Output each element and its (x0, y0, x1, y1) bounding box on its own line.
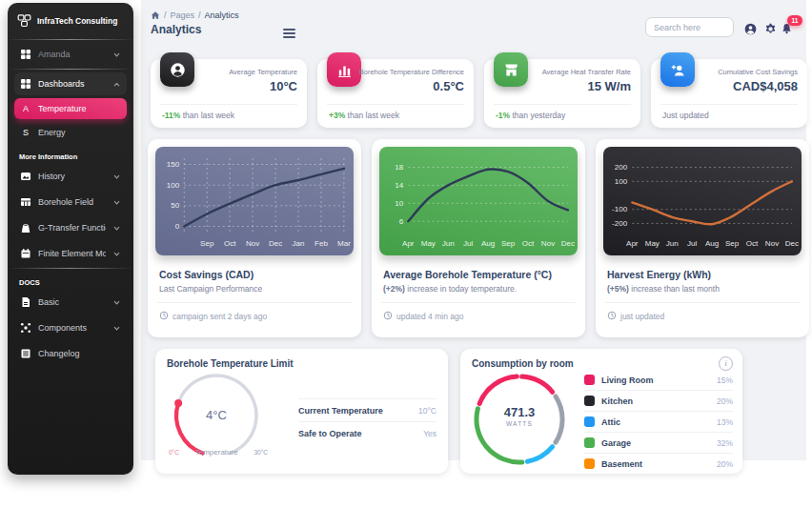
divider (660, 104, 798, 105)
sidebar-item-label: Amanda (38, 50, 106, 59)
chart-subtitle-strong: (+2%) (383, 284, 405, 294)
sidebar-item-label: Energy (38, 128, 121, 137)
legend-label: Kitchen (601, 396, 710, 406)
donut-legend: Living Room15%Kitchen20%Attic13%Garage32… (584, 370, 733, 474)
stat-delta-text: than last week (345, 111, 399, 120)
legend-percent: 20% (717, 396, 733, 406)
divider (494, 104, 631, 105)
svg-text:May: May (645, 239, 660, 248)
line-chart: 150100500SepOctNovDecJanFebMar (155, 147, 354, 255)
gauge-axis: 0°C Temperature 30°C (169, 448, 268, 457)
search-input[interactable] (645, 17, 734, 37)
shop-icon (20, 222, 31, 234)
legend-label: Attic (601, 417, 710, 427)
letter-icon: S (20, 128, 31, 137)
svg-text:Aug: Aug (705, 239, 719, 248)
stat-label: Cumulative Cost Savings (718, 68, 798, 76)
chart-subtitle: Last Campaign Performance (159, 284, 262, 294)
chevron-down-icon (112, 51, 121, 59)
stat-card: Cumulative Cost SavingsCAD$4,058Just upd… (651, 59, 807, 128)
svg-text:10: 10 (395, 199, 404, 208)
chart-card: 200100-100-200AprMayJunJulAugSepOctNovDe… (596, 139, 809, 337)
letter-icon: A (20, 104, 31, 113)
charts-row: 150100500SepOctNovDecJanFebMarCost Savin… (148, 139, 809, 337)
sidebar-item-label: G-Transfer Function (38, 223, 106, 233)
gauge-value: 4°C (169, 408, 264, 422)
legend-percent: 32% (717, 438, 733, 448)
chevron-down-icon (112, 298, 121, 307)
sidebar-item-dashboards[interactable]: Dashboards (14, 72, 127, 95)
sidebar-item-amanda[interactable]: Amanda (14, 43, 127, 66)
legend-swatch (584, 458, 595, 469)
sidebar-item-label: Temperature (38, 104, 121, 113)
legend-swatch (584, 375, 595, 385)
stat-footer: -1% than yesterday (496, 111, 565, 120)
sidebar-item-history[interactable]: History (14, 165, 127, 188)
chart-title: Harvest Energy (kWh) (607, 269, 711, 280)
breadcrumb-pages[interactable]: Pages (171, 10, 195, 20)
settings-gear-icon[interactable] (764, 22, 777, 34)
account-icon[interactable] (744, 22, 757, 34)
chart-subtitle-strong: (+5%) (607, 284, 629, 294)
sidebar-item-label: Changelog (38, 349, 121, 358)
menu-icon[interactable] (283, 27, 295, 40)
table-icon (20, 196, 31, 208)
sidebar-item-borehole-field[interactable]: Borehole Field (14, 191, 127, 213)
consumption-card: Consumption by room i 471.3 WATTS Living… (460, 349, 742, 474)
consumption-card-title: Consumption by room (472, 358, 574, 369)
clock-icon (607, 311, 617, 322)
dashboard-grid-icon (20, 78, 31, 90)
stats-row: Average Temperature10°C-11% than last we… (151, 59, 808, 128)
stat-label: Average Heat Transfer Rate (542, 68, 631, 76)
svg-text:6: 6 (399, 217, 404, 226)
gauge-row-label: Current Temperature (298, 406, 383, 416)
gauge-card: Borehole Temperature Limit 4°C 0°C Tempe… (155, 349, 448, 474)
stat-footer: +3% than last week (329, 111, 399, 120)
sidebar-item-temperature[interactable]: ATemperature (14, 98, 127, 119)
line-chart: 1814106AprMayJunJulAugSepOctNovDec (379, 147, 578, 255)
svg-text:200: 200 (615, 163, 628, 172)
stat-delta-text: than yesterday (510, 111, 565, 120)
chevron-down-icon (112, 224, 121, 233)
stat-delta-text: Just updated (662, 111, 709, 120)
stat-footer: -11% than last week (162, 111, 234, 120)
gauge-max-label: 30°C (254, 449, 268, 456)
home-icon[interactable] (151, 10, 160, 20)
svg-text:Jul: Jul (463, 239, 474, 248)
svg-text:Dec: Dec (561, 239, 575, 248)
svg-text:Nov: Nov (246, 239, 259, 248)
chart-footer-text: campaign sent 2 days ago (173, 312, 267, 321)
divider (327, 104, 464, 105)
divider (157, 302, 352, 303)
gauge-card-title: Borehole Temperature Limit (167, 358, 294, 369)
chart-card: 1814106AprMayJunJulAugSepOctNovDecAverag… (372, 139, 585, 337)
svg-text:Jun: Jun (442, 239, 455, 248)
stat-delta: -1% (496, 111, 510, 120)
brand-name: InfraTech Consulting (37, 16, 117, 26)
sidebar-item-energy[interactable]: SEnergy (14, 122, 127, 143)
sidebar-item-label: Finite Element Model (38, 249, 106, 258)
info-icon[interactable]: i (719, 356, 733, 371)
sidebar-item-finite-element-model[interactable]: Finite Element Model (14, 242, 127, 265)
person-add-icon (660, 52, 695, 87)
dashboard-grid-icon (20, 49, 31, 60)
sidebar: InfraTech Consulting AmandaDashboardsATe… (8, 3, 133, 475)
sidebar-item-g-transfer-function[interactable]: G-Transfer Function (14, 216, 127, 239)
sidebar-item-changelog[interactable]: Changelog (14, 342, 127, 365)
svg-text:-100: -100 (612, 205, 628, 213)
svg-text:100: 100 (615, 177, 628, 186)
breadcrumb: / Pages / Analytics (151, 10, 239, 20)
sidebar-brand[interactable]: InfraTech Consulting (8, 3, 133, 37)
chart-card: 150100500SepOctNovDecJanFebMarCost Savin… (148, 139, 361, 337)
sidebar-item-components[interactable]: Components (14, 316, 127, 339)
gauge-table-row: Safe to OperateYes (298, 421, 436, 444)
sidebar-item-basic[interactable]: Basic (14, 291, 127, 314)
svg-text:Mar: Mar (337, 239, 351, 248)
divider (381, 302, 576, 303)
chart-subtitle-text: Last Campaign Performance (159, 284, 262, 294)
history-icon (20, 171, 31, 182)
legend-item: Garage32% (584, 433, 733, 454)
svg-text:Oct: Oct (746, 239, 759, 248)
svg-text:Apr: Apr (402, 239, 415, 248)
components-icon (20, 322, 31, 334)
